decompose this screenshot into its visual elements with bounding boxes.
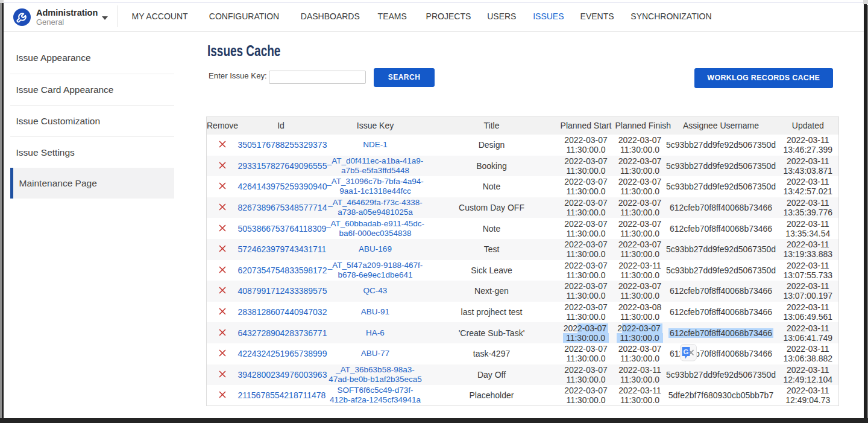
svg-text:G: G (684, 348, 689, 355)
